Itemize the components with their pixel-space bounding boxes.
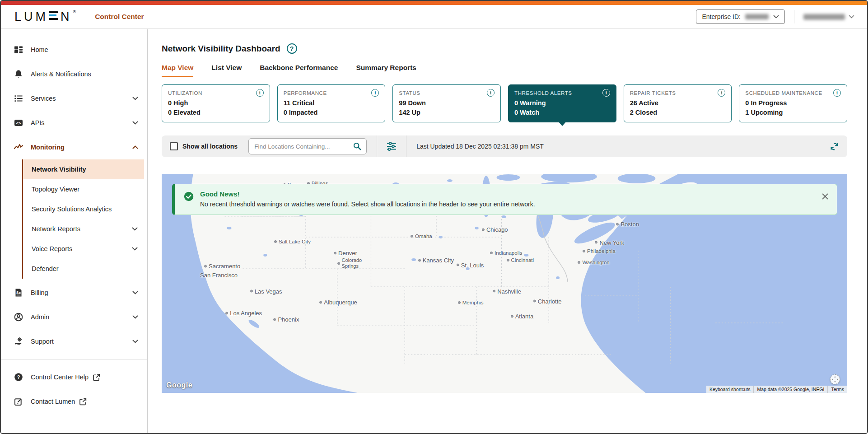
chevron-down-icon xyxy=(132,291,138,294)
map-city-label: Omaha xyxy=(411,233,432,239)
sidebar-subitem-voice-reports[interactable]: Voice Reports xyxy=(23,239,144,259)
map-city-label: Kansas City xyxy=(418,257,454,264)
map-city-label: Philadelphia xyxy=(583,248,616,254)
sidebar-item-label: Monitoring xyxy=(31,144,65,151)
close-icon[interactable] xyxy=(821,193,829,200)
map-city-label: Chicago xyxy=(482,226,508,233)
map-city-label: Denver xyxy=(334,250,357,257)
map-city-label: St. Louis xyxy=(457,261,484,268)
sidebar-item-apis[interactable]: <> APIs xyxy=(1,111,147,135)
logo-text: LUM xyxy=(14,11,48,23)
help-icon: ? xyxy=(14,373,23,382)
map-city-label: Colorado Springs xyxy=(337,257,370,269)
sidebar-divider xyxy=(1,359,147,359)
tab-backbone-performance[interactable]: Backbone Performance xyxy=(260,64,338,77)
last-updated-text: Last Updated 18 Dec 2025 02:31:38 pm MST xyxy=(416,143,544,150)
filter-sliders-icon[interactable] xyxy=(386,141,397,152)
info-icon[interactable]: i xyxy=(256,89,264,97)
sidebar-item-alerts-notifications[interactable]: Alerts & Notifications xyxy=(1,62,147,86)
sidebar-item-support[interactable]: Support xyxy=(1,329,147,354)
location-search xyxy=(248,138,367,154)
list-icon xyxy=(14,94,23,103)
tab-list-view[interactable]: List View xyxy=(211,64,242,77)
code-icon: <> xyxy=(14,118,23,128)
show-all-locations-toggle[interactable]: Show all locations xyxy=(170,142,238,150)
pan-control-icon[interactable] xyxy=(830,374,840,384)
svg-text:$: $ xyxy=(16,290,19,295)
chevron-up-icon xyxy=(132,145,138,149)
sidebar-item-label: Admin xyxy=(31,313,49,321)
google-logo[interactable]: Google xyxy=(166,381,192,389)
sidebar-item-monitoring[interactable]: Monitoring xyxy=(1,135,147,159)
search-icon[interactable] xyxy=(353,142,362,151)
brand-accent-stripe xyxy=(1,1,867,5)
chevron-down-icon xyxy=(132,97,138,100)
sidebar-subitem-topology-viewer[interactable]: Topology Viewer xyxy=(23,179,144,199)
sidebar-item-contact-lumen[interactable]: Contact Lumen xyxy=(1,389,147,414)
stat-card-utilization[interactable]: UTILIZATIONi 0 High 0 Elevated xyxy=(162,84,270,122)
refresh-icon[interactable] xyxy=(830,142,839,151)
lumen-logo[interactable]: LUMN® xyxy=(14,11,76,23)
map-city-label: Atlanta xyxy=(511,313,533,320)
map-city-label: Boston xyxy=(616,221,639,228)
network-map[interactable]: PortlandBozemanBillingsMinneapolisOttawa… xyxy=(162,174,847,393)
map-city-label: Salt Lake City xyxy=(274,239,311,244)
banner-message: No recent threshold warnings or watches … xyxy=(200,201,535,208)
map-filter-bar: Show all locations Last Updated 18 Dec 2… xyxy=(162,135,847,157)
pulse-icon xyxy=(14,143,23,152)
enterprise-id-label: Enterprise ID: xyxy=(702,13,741,20)
sidebar-item-control-center-help[interactable]: ? Control Center Help xyxy=(1,365,147,389)
tab-summary-reports[interactable]: Summary Reports xyxy=(356,64,416,77)
sidebar-subitem-network-reports[interactable]: Network Reports xyxy=(23,219,144,239)
info-icon[interactable]: i xyxy=(371,89,379,97)
chevron-down-icon xyxy=(132,247,138,251)
info-icon[interactable]: i xyxy=(718,89,725,97)
good-news-banner: Good News! No recent threshold warnings … xyxy=(172,184,837,215)
info-icon[interactable]: i xyxy=(833,89,841,97)
map-city-label: Memphis xyxy=(458,300,484,305)
chevron-down-icon xyxy=(132,340,138,343)
sidebar-item-billing[interactable]: $ Billing xyxy=(1,280,147,305)
map-city-label: Indianapolis xyxy=(490,250,522,256)
sidebar-item-label: Alerts & Notifications xyxy=(31,70,91,78)
dashboard-icon xyxy=(14,45,23,55)
info-icon[interactable]: i xyxy=(487,89,495,97)
user-menu-dropdown[interactable] xyxy=(803,14,854,20)
stat-card-scheduled-maintenance[interactable]: SCHEDULED MAINTENANCEi 0 In Progress 1 U… xyxy=(739,84,847,122)
map-city-label: Albuquerque xyxy=(319,299,357,306)
top-header: LUMN® Control Center Enterprise ID: xyxy=(1,5,867,29)
stat-card-status[interactable]: STATUSi 99 Down 142 Up xyxy=(392,84,501,122)
help-circle-icon[interactable]: ? xyxy=(287,43,297,54)
app-window: LUMN® Control Center Enterprise ID: Home… xyxy=(0,0,868,434)
sidebar-subitem-security-solutions-analytics[interactable]: Security Solutions Analytics xyxy=(23,199,144,219)
external-link-icon xyxy=(93,373,100,381)
stat-card-repair-tickets[interactable]: REPAIR TICKETSi 26 Active 2 Closed xyxy=(624,84,732,122)
sidebar-item-services[interactable]: Services xyxy=(1,86,147,111)
map-city-label: New York xyxy=(595,239,624,246)
check-circle-icon xyxy=(184,191,194,208)
sidebar-item-home[interactable]: Home xyxy=(1,37,147,62)
map-city-label: Nashville xyxy=(493,288,521,294)
map-city-label: San Francisco xyxy=(200,272,238,279)
enterprise-id-dropdown[interactable]: Enterprise ID: xyxy=(696,9,785,24)
stat-card-threshold-alerts[interactable]: THRESHOLD ALERTSi 0 Warning 0 Watch xyxy=(508,84,616,122)
sidebar-item-label: Contact Lumen xyxy=(31,398,75,405)
sidebar-subitem-defender[interactable]: Defender xyxy=(23,259,144,279)
terms-link[interactable]: Terms xyxy=(827,386,847,393)
keyboard-shortcuts-link[interactable]: Keyboard shortcuts xyxy=(706,386,753,393)
info-icon[interactable]: i xyxy=(602,89,610,97)
chevron-down-icon xyxy=(773,15,779,19)
stat-card-performance[interactable]: PERFORMANCEi 11 Critical 0 Impacted xyxy=(277,84,386,122)
checkbox[interactable] xyxy=(170,142,178,150)
sidebar-item-admin[interactable]: Admin xyxy=(1,305,147,329)
header-divider xyxy=(794,10,794,23)
sidebar-subitem-network-visibility[interactable]: Network Visibility xyxy=(23,159,144,179)
filter-bar-divider xyxy=(377,135,377,157)
enterprise-id-value-redacted xyxy=(745,14,769,19)
logo-letter-e xyxy=(49,11,58,20)
map-city-label: Washington xyxy=(578,260,609,265)
location-search-input[interactable] xyxy=(254,143,353,150)
tab-map-view[interactable]: Map View xyxy=(162,64,193,77)
sidebar-item-label: Support xyxy=(31,338,54,345)
map-city-label: Cincinnati xyxy=(507,257,534,263)
